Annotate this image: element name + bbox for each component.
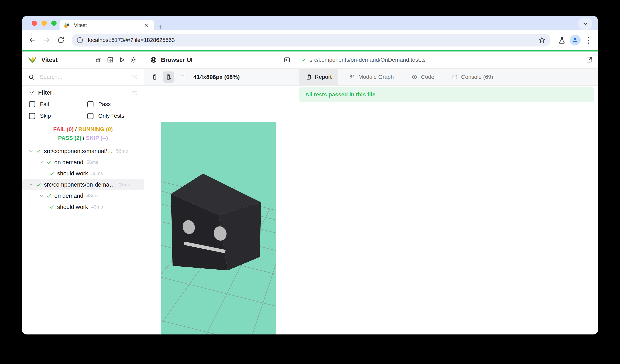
back-button[interactable] — [27, 34, 38, 46]
sidebar: Vitest — [22, 51, 144, 335]
tab-module-graph[interactable]: Module Graph — [342, 68, 401, 86]
tab-strip: Vitest — [22, 16, 598, 30]
browser-menu-icon[interactable] — [584, 36, 592, 44]
pass-check-icon — [46, 160, 52, 165]
vitest-favicon-icon — [64, 22, 70, 28]
browser-toolbar: localhost:5173/#/?file=1828625563 — [22, 30, 598, 50]
test-duration: 43ms — [87, 193, 98, 199]
filter-funnel-icon — [29, 90, 34, 96]
clear-search-filter-icon[interactable] — [131, 74, 138, 80]
search-input[interactable] — [40, 74, 131, 80]
device-phone-add-icon[interactable] — [163, 72, 174, 83]
vitest-ui: Vitest — [22, 51, 598, 335]
test-duration: 56ms — [87, 160, 98, 165]
test-stats: FAIL (0) / RUNNING (0) PASS (2) / SKIP (… — [22, 122, 144, 146]
dashboard-icon[interactable] — [107, 56, 114, 63]
forward-button[interactable] — [41, 34, 52, 46]
pass-check-icon — [36, 148, 42, 154]
tab-code[interactable]: Code — [404, 68, 441, 86]
filter-checkbox-skip[interactable]: Skip — [29, 113, 51, 119]
open-external-icon[interactable] — [586, 57, 593, 63]
report-panel: src/components/on-demand/OnDemand.test.t… — [296, 51, 598, 335]
pass-check-icon — [46, 193, 52, 199]
checkbox[interactable] — [87, 101, 93, 107]
report-header: src/components/on-demand/OnDemand.test.t… — [296, 51, 598, 69]
filter-checkbox-pass[interactable]: Pass — [87, 101, 111, 107]
test-tree: src/components/manual/… 56ms on demand 5… — [22, 146, 144, 213]
profile-avatar[interactable] — [570, 35, 581, 45]
filter-checkbox-fail[interactable]: Fail — [29, 101, 49, 107]
pass-check-icon — [49, 171, 55, 176]
device-tablet-icon[interactable] — [177, 72, 188, 83]
tree-row-suite[interactable]: on demand 43ms — [22, 190, 144, 201]
checkbox[interactable] — [29, 113, 35, 119]
experiments-flask-icon[interactable] — [558, 36, 566, 44]
sidebar-header: Vitest — [22, 51, 144, 69]
tab-close-icon[interactable] — [143, 22, 150, 29]
tree-row-file-manual[interactable]: src/components/manual/… 56ms — [22, 146, 144, 157]
pass-count: PASS (2) — [58, 135, 81, 141]
theme-toggle-icon[interactable] — [130, 56, 137, 63]
device-phone-icon[interactable] — [149, 72, 160, 83]
filter-checkbox-only-tests[interactable]: Only Tests — [87, 113, 124, 119]
browser-window: Vitest — [22, 16, 598, 335]
search-icon — [28, 74, 34, 80]
device-toolbar: 414x896px (68%) — [144, 69, 296, 86]
chevron-down-icon[interactable] — [38, 193, 44, 198]
stats-line-1: FAIL (0) / RUNNING (0) — [22, 125, 144, 134]
vitest-progress-bar — [22, 50, 598, 51]
tab-title: Vitest — [74, 22, 143, 28]
test-duration: 56ms — [116, 148, 128, 154]
url-text[interactable]: localhost:5173/#/?file=1828625563 — [88, 37, 538, 43]
clear-filters-icon[interactable] — [131, 90, 138, 97]
dock-panel-right-icon[interactable] — [284, 57, 290, 63]
run-all-icon[interactable] — [118, 56, 125, 63]
search-row — [22, 69, 144, 86]
pass-check-icon — [36, 182, 42, 187]
tab-report[interactable]: Report — [299, 68, 338, 86]
app-title: Vitest — [41, 57, 58, 63]
skip-count: SKIP (--) — [86, 135, 108, 141]
test-duration: 43ms — [118, 182, 130, 187]
browser-ui-panel: Browser UI 414x896px (68%) — [144, 51, 296, 335]
report-tabs: Report Module Graph Code Console (69) — [296, 69, 598, 86]
new-tab-button[interactable] — [156, 23, 164, 31]
chevron-down-icon[interactable] — [28, 148, 34, 154]
all-tests-passed-banner: All tests passed in this file — [299, 87, 594, 102]
tree-row-test[interactable]: should work 55ms — [22, 168, 144, 179]
tab-console[interactable]: Console (69) — [445, 68, 500, 86]
tree-row-file-on-demand-selected[interactable]: src/components/on-dema… 43ms — [22, 179, 144, 190]
screen-background: Vitest — [0, 0, 620, 364]
test-file-path: src/components/on-demand/OnDemand.test.t… — [310, 57, 426, 63]
address-bar[interactable]: localhost:5173/#/?file=1828625563 — [72, 34, 550, 46]
chevron-down-icon[interactable] — [28, 182, 34, 187]
browser-ui-header: Browser UI — [144, 51, 296, 69]
pass-check-icon — [49, 204, 55, 210]
chevron-down-icon[interactable] — [38, 160, 44, 165]
collapse-panels-icon[interactable] — [95, 56, 102, 63]
vitest-logo-icon — [28, 55, 37, 64]
filter-panel: Filter Fail Pass Skip — [22, 86, 144, 122]
minimize-window-button[interactable] — [42, 21, 47, 26]
test-duration: 55ms — [91, 171, 103, 176]
filter-title: Filter — [38, 89, 52, 96]
tree-row-test[interactable]: should work 43ms — [22, 201, 144, 213]
browser-tab[interactable]: Vitest — [60, 20, 154, 30]
close-window-button[interactable] — [32, 21, 37, 26]
file-pass-check-icon — [300, 57, 306, 63]
zoom-window-button[interactable] — [51, 21, 57, 26]
stats-line-2: PASS (2) / SKIP (--) — [22, 134, 144, 143]
reload-button[interactable] — [55, 34, 66, 46]
window-controls — [32, 21, 57, 26]
test-duration: 43ms — [91, 204, 103, 210]
site-info-icon[interactable] — [76, 37, 83, 44]
checkbox[interactable] — [87, 113, 93, 119]
browser-preview-iframe[interactable] — [161, 122, 276, 335]
bookmark-star-icon[interactable] — [538, 36, 546, 44]
tab-search-button[interactable] — [578, 18, 592, 29]
globe-icon — [150, 57, 157, 63]
tree-row-suite[interactable]: on demand 56ms — [22, 157, 144, 168]
browser-ui-title: Browser UI — [161, 57, 193, 63]
checkbox[interactable] — [29, 101, 35, 107]
threejs-scene — [161, 122, 276, 335]
